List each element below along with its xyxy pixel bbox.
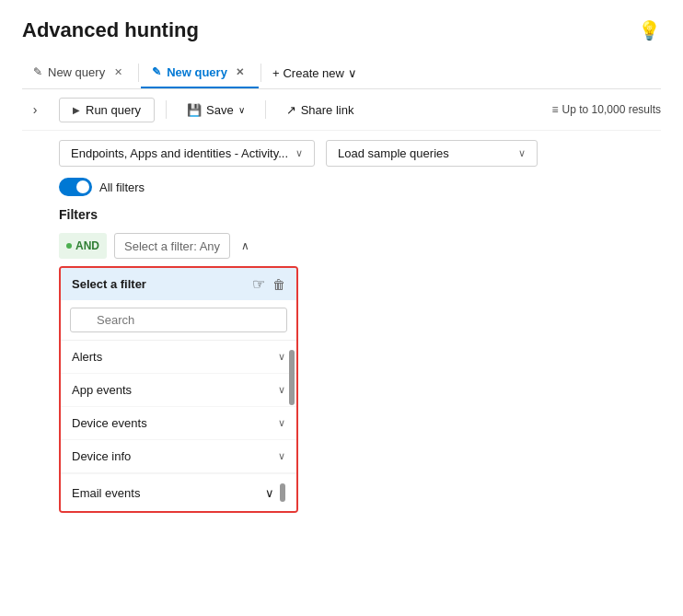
filter-dropdown[interactable]: Endpoints, Apps and identities - Activit… [59, 140, 315, 167]
create-new-plus: + [272, 66, 280, 80]
dropdowns-row: Endpoints, Apps and identities - Activit… [22, 140, 661, 167]
filter-list[interactable]: Alerts ∨ App events ∨ Device events ∨ De… [61, 341, 296, 473]
page-header: Advanced hunting 💡 [22, 18, 661, 42]
alerts-chevron: ∨ [278, 351, 285, 363]
save-chevron: ∨ [238, 105, 245, 115]
page-title: Advanced hunting [22, 18, 199, 42]
filter-item-email-events[interactable]: Email events ∨ [61, 473, 296, 511]
toolbar-left: › [22, 97, 48, 122]
save-icon: 💾 [187, 103, 202, 117]
select-filter-actions: ☞ 🗑 [252, 275, 285, 293]
filters-section: Filters AND Select a filter: Any ∧ Selec… [22, 207, 661, 513]
tab-divider-2 [260, 64, 261, 82]
create-new-chevron: ∨ [348, 66, 357, 80]
toolbar: › ▶ Run query 💾 Save ∨ ↗ Share link ≡ Up… [22, 89, 661, 131]
app-events-chevron: ∨ [278, 384, 285, 396]
email-events-chevron: ∨ [265, 486, 274, 500]
filter-item-alerts[interactable]: Alerts ∨ [61, 341, 296, 374]
filters-toggle-label: All filters [99, 180, 145, 194]
filter-dropdown-arrow: ∨ [295, 147, 303, 159]
share-button[interactable]: ↗ Share link [277, 99, 364, 122]
select-filter-box: Select a filter ☞ 🗑 🔍 [59, 266, 298, 513]
filter-item-device-events-label: Device events [72, 416, 147, 430]
toolbar-right: ≡ Up to 10,000 results [552, 103, 661, 116]
device-events-chevron: ∨ [278, 417, 285, 429]
page-container: Advanced hunting 💡 ✎ New query ✕ ✎ New q… [0, 0, 683, 616]
trash-icon[interactable]: 🗑 [272, 277, 285, 292]
tab-new-query-2[interactable]: ✎ New query ✕ [141, 57, 259, 88]
search-input-wrapper: 🔍 [70, 308, 287, 332]
tab2-icon: ✎ [152, 65, 161, 78]
share-label: Share link [301, 103, 354, 117]
filter-item-device-events[interactable]: Device events ∨ [61, 407, 296, 440]
cursor-hand-icon: ☞ [252, 275, 265, 293]
select-filter-header[interactable]: Select a filter ☞ 🗑 [61, 268, 296, 300]
toolbar-separator-1 [166, 100, 167, 119]
collapse-filter-button[interactable]: ∧ [237, 233, 253, 259]
query-dropdown-value: Load sample queries [338, 146, 449, 160]
filters-title: Filters [59, 207, 661, 222]
filter-search-area: 🔍 [61, 300, 296, 341]
filters-toggle-row: All filters [22, 178, 661, 196]
filter-select-placeholder: Select a filter: Any [124, 239, 220, 253]
tabs-bar: ✎ New query ✕ ✎ New query ✕ + Create new… [22, 57, 661, 89]
device-info-chevron: ∨ [278, 450, 285, 462]
tab1-label: New query [48, 65, 105, 79]
bulb-icon: 💡 [638, 19, 661, 41]
save-button[interactable]: 💾 Save ∨ [178, 99, 254, 122]
filter-select-area[interactable]: Select a filter: Any [114, 233, 230, 259]
save-label: Save [206, 103, 234, 117]
select-filter-container: Select a filter ☞ 🗑 🔍 [59, 266, 661, 513]
filter-item-device-info[interactable]: Device info ∨ [61, 440, 296, 473]
tab1-close[interactable]: ✕ [110, 64, 125, 79]
filter-item-email-events-label: Email events [72, 486, 140, 500]
share-icon: ↗ [286, 103, 296, 117]
query-dropdown-arrow: ∨ [518, 147, 526, 159]
filters-toggle[interactable] [59, 178, 92, 196]
scroll-indicator [289, 350, 295, 405]
select-filter-header-label: Select a filter [72, 277, 146, 291]
tab2-label: New query [167, 65, 227, 79]
tab1-icon: ✎ [33, 65, 42, 78]
and-label: AND [75, 239, 99, 252]
tab-divider [138, 64, 139, 82]
create-new-button[interactable]: + Create new ∨ [263, 61, 366, 86]
run-icon: ▶ [73, 105, 80, 115]
create-new-label: Create new [283, 66, 343, 80]
query-dropdown[interactable]: Load sample queries ∨ [326, 140, 538, 167]
run-query-button[interactable]: ▶ Run query [59, 98, 155, 122]
filter-item-app-events-label: App events [72, 383, 132, 397]
filter-search-input[interactable] [70, 308, 287, 332]
results-label: Up to 10,000 results [562, 103, 661, 116]
filter-item-device-info-label: Device info [72, 449, 131, 463]
sidebar-toggle[interactable]: › [22, 97, 48, 122]
scroll-bottom-indicator [280, 483, 285, 502]
filter-dropdown-value: Endpoints, Apps and identities - Activit… [71, 146, 288, 160]
run-query-label: Run query [86, 103, 141, 117]
tab2-close[interactable]: ✕ [233, 64, 248, 79]
toolbar-separator-2 [265, 100, 266, 119]
email-events-chevron-area: ∨ [265, 483, 285, 502]
and-badge: AND [59, 233, 107, 259]
tab-new-query-1[interactable]: ✎ New query ✕ [22, 57, 136, 88]
and-dot [66, 243, 72, 249]
results-icon: ≡ [552, 103, 559, 116]
filter-item-alerts-label: Alerts [72, 350, 102, 364]
filter-item-app-events[interactable]: App events ∨ [61, 374, 296, 407]
filter-group: AND Select a filter: Any ∧ [59, 231, 661, 259]
